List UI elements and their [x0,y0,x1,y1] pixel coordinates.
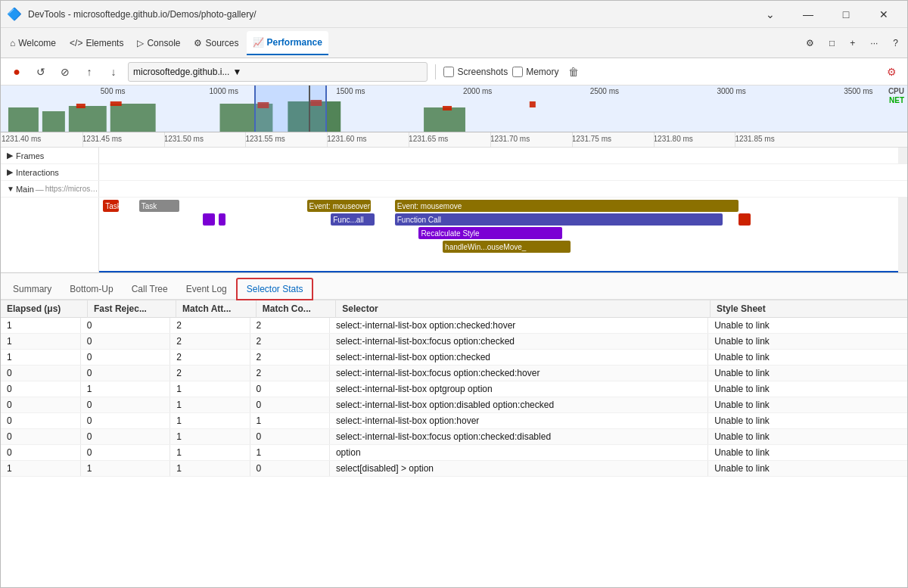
track-scrollbar[interactable] [898,148,907,163]
table-row[interactable]: 1 0 2 2 select:-internal-list-box:focus … [1,334,907,350]
func-all-block[interactable]: Func...all [331,213,375,226]
section-divider [99,271,898,272]
tab-call-tree[interactable]: Call Tree [123,279,177,300]
svg-rect-1 [42,111,65,132]
table-row[interactable]: 0 0 1 1 select:-internal-list-box option… [1,413,907,429]
tab-elements[interactable]: </> Elements [64,31,129,55]
overview-timeline[interactable]: 500 ms 1000 ms 1500 ms 2000 ms 2500 ms 3… [1,86,907,132]
table-row[interactable]: 1 0 2 2 select:-internal-list-box option… [1,318,907,334]
tab-selector-stats[interactable]: Selector Stats [236,278,314,300]
svg-rect-12 [530,101,536,107]
cell-stylesheet: Unable to link [708,429,907,445]
task-red-block[interactable]: Task [103,200,119,212]
table-row[interactable]: 1 1 1 0 select[disabled] > option Unable… [1,461,907,477]
title-bar-controls: ⌄ — □ ✕ [753,2,901,26]
main-thread-events[interactable]: Task Task Event: mouseover Func...all Ev… [1,198,907,273]
event-mouseover-block[interactable]: Event: mouseover [307,200,371,212]
th-elapsed[interactable]: Elapsed (μs) [1,300,87,318]
handle-win-block[interactable]: handleWin...ouseMove_ [443,241,571,253]
tab-console[interactable]: ▷ Console [131,31,186,55]
detail-tick-5: 1231.65 ms [409,135,448,143]
screenshots-checkbox[interactable] [443,67,454,77]
table-row[interactable]: 0 0 2 2 select:-internal-list-box:focus … [1,366,907,381]
minimize-btn[interactable]: — [791,2,826,26]
task-gray-block[interactable]: Task [139,200,179,212]
record-btn[interactable]: ● [7,62,26,82]
small-red-end-block[interactable] [739,213,751,226]
cell-elapsed: 0 [1,445,80,461]
cell-fast: 1 [80,381,169,397]
download-btn[interactable]: ↓ [104,62,123,82]
th-fast-reject[interactable]: Fast Rejec... [87,300,176,318]
table-row[interactable]: 0 1 1 0 select:-internal-list-box optgro… [1,381,907,397]
cell-match-co: 2 [250,334,329,350]
tick-2500ms: 2500 ms [590,87,619,95]
cell-elapsed: 1 [1,334,80,350]
event-mousemove-block[interactable]: Event: mousemove [395,200,739,212]
cell-elapsed: 0 [1,429,80,445]
maximize-btn[interactable]: □ [829,2,863,26]
detail-tick-1: 1231.45 ms [82,135,122,143]
devtools-window-btn[interactable]: □ [823,31,841,55]
upload-btn[interactable]: ↑ [79,62,99,82]
svg-rect-5 [110,101,122,106]
settings-btn[interactable]: ⚙ [882,62,901,82]
interactions-expand-btn[interactable]: ▶ [7,167,13,177]
function-call-block[interactable]: Function Call [395,213,723,226]
th-selector[interactable]: Selector [336,300,711,318]
main-url-separator: — [36,185,44,194]
tick-3500ms: 3500 ms [844,87,872,95]
clear-btn[interactable]: 🗑 [564,62,583,82]
cell-match-co: 0 [250,429,329,445]
small-purple-block-1[interactable] [203,213,215,226]
screenshots-checkbox-group[interactable]: Screenshots [443,67,508,77]
main-expand-btn[interactable]: ▼ [7,185,14,193]
elements-icon: </> [70,38,82,48]
th-match-co[interactable]: Match Co... [256,300,335,318]
cell-stylesheet: Unable to link [708,397,907,413]
tab-welcome[interactable]: ⌂ Welcome [4,31,62,55]
tab-sources[interactable]: ⚙ Sources [188,31,244,55]
refresh-btn[interactable]: ↺ [31,62,51,82]
cell-match-co: 1 [250,413,329,429]
table-scroll-area[interactable]: 1 0 2 2 select:-internal-list-box option… [1,318,907,587]
cell-match-att: 1 [170,461,250,477]
title-bar-text: DevTools - microsoftedge.github.io/Demos… [28,9,747,20]
memory-checkbox-group[interactable]: Memory [512,67,558,77]
tab-performance[interactable]: 📈 Performance [247,31,328,55]
devtools-help-btn[interactable]: ? [887,31,904,55]
close-btn[interactable]: ✕ [866,2,901,26]
cell-selector: select:-internal-list-box option:checked [329,350,707,366]
tab-event-log[interactable]: Event Log [177,279,236,300]
devtools-ellipsis-btn[interactable]: ··· [864,31,884,55]
tab-summary[interactable]: Summary [4,279,61,300]
url-bar: microsoftedge.github.i... ▼ [128,62,428,82]
selector-stats-panel: Elapsed (μs) Fast Rejec... Match Att... … [1,300,907,587]
memory-checkbox[interactable] [512,67,523,77]
table-row[interactable]: 0 0 1 0 select:-internal-list-box option… [1,397,907,413]
devtools-gear-btn[interactable]: ⚙ [800,31,820,55]
cell-fast: 0 [80,445,169,461]
selector-stats-table: Elapsed (μs) Fast Rejec... Match Att... … [1,300,907,318]
cell-elapsed: 0 [1,381,80,397]
cell-match-att: 2 [170,366,250,381]
main-track-header: ▼ Main — https://microsoftedge.github.io… [1,181,907,198]
stop-btn[interactable]: ⊘ [55,62,75,82]
interactions-track: ▶ Interactions [1,164,907,181]
main-events-scrollbar[interactable] [898,198,907,272]
frames-expand-btn[interactable]: ▶ [7,151,13,160]
small-purple-block-2[interactable] [219,213,225,226]
table-row[interactable]: 0 0 1 0 select:-internal-list-box:focus … [1,429,907,445]
devtools-plus-btn[interactable]: + [844,31,861,55]
recalculate-style-block[interactable]: Recalculate Style [418,227,562,239]
tick-500ms: 500 ms [101,87,126,95]
th-stylesheet[interactable]: Style Sheet [711,300,907,318]
table-row[interactable]: 1 0 2 2 select:-internal-list-box option… [1,350,907,366]
window-chevron-btn[interactable]: ⌄ [753,2,788,26]
th-match-att[interactable]: Match Att... [176,300,257,318]
table-row[interactable]: 0 0 1 1 option Unable to link [1,445,907,461]
cell-fast: 0 [80,413,169,429]
cell-elapsed: 1 [1,318,80,334]
url-dropdown-icon[interactable]: ▼ [232,67,241,77]
tab-bottom-up[interactable]: Bottom-Up [61,279,122,300]
